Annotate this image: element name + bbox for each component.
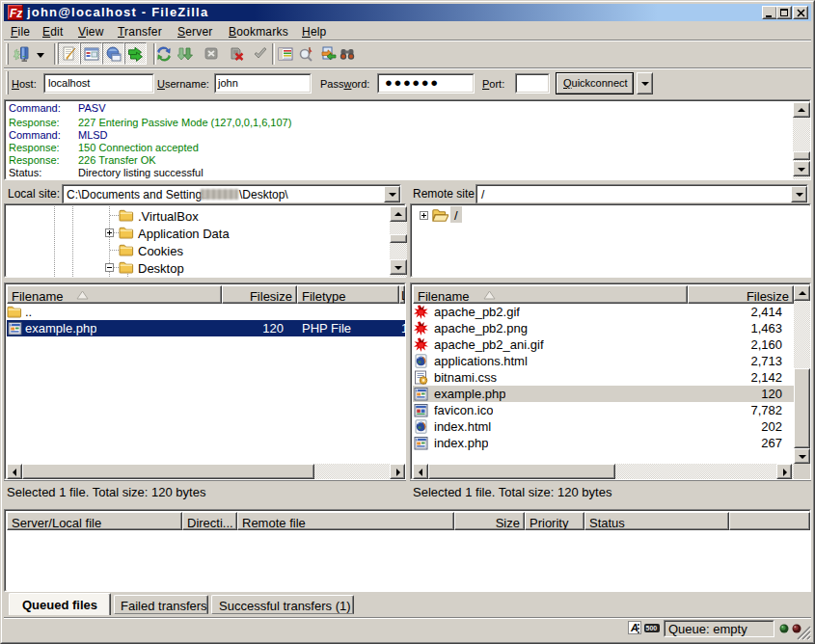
svg-text:Fz: Fz [10, 7, 22, 20]
